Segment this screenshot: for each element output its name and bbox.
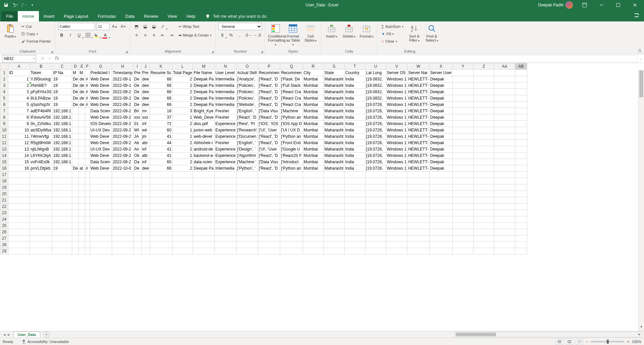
- number-format-combo[interactable]: General: [218, 23, 262, 30]
- cell[interactable]: [79, 178, 85, 184]
- cell[interactable]: pnVLDtpkb: [30, 165, 52, 172]
- cell[interactable]: [515, 229, 527, 235]
- cell[interactable]: Ab: [133, 140, 141, 146]
- cell[interactable]: [515, 204, 527, 210]
- cell[interactable]: India: [344, 165, 365, 172]
- cell[interactable]: 7: [8, 108, 30, 114]
- row-header[interactable]: 16: [0, 165, 8, 172]
- cell[interactable]: [79, 159, 85, 165]
- cell[interactable]: De: [133, 82, 141, 89]
- cell[interactable]: [8, 178, 30, 184]
- cell[interactable]: Deepak: [430, 140, 453, 146]
- cell[interactable]: M: [72, 70, 79, 76]
- cell[interactable]: [133, 223, 141, 229]
- cell[interactable]: junior-web: [193, 127, 214, 133]
- cell[interactable]: ['React', 'D: [258, 133, 280, 140]
- cell[interactable]: [474, 172, 494, 178]
- customize-qat-icon[interactable]: ▾: [28, 1, 36, 9]
- cell[interactable]: HEWLETT-: [407, 159, 430, 165]
- cell[interactable]: [72, 210, 79, 216]
- cell[interactable]: at: [79, 165, 85, 172]
- cell[interactable]: Server OS: [386, 70, 407, 76]
- cell[interactable]: Windows 1: [386, 159, 407, 165]
- wrap-text-button[interactable]: ↩Wrap Text: [177, 23, 213, 30]
- cell[interactable]: [453, 204, 474, 210]
- cell[interactable]: India: [344, 95, 365, 102]
- cell[interactable]: [85, 178, 90, 184]
- cell[interactable]: [8, 216, 30, 223]
- tab-data[interactable]: Data: [120, 11, 139, 21]
- cell[interactable]: dee: [141, 76, 150, 82]
- cell[interactable]: [85, 191, 90, 197]
- cell[interactable]: [79, 242, 85, 248]
- cell[interactable]: [193, 223, 214, 229]
- cell[interactable]: De: [72, 95, 79, 102]
- cell[interactable]: [141, 191, 150, 197]
- cell[interactable]: 12: [8, 140, 30, 146]
- cell[interactable]: Actual Skill: [236, 70, 258, 76]
- cell[interactable]: 66: [150, 102, 172, 108]
- cell[interactable]: [90, 178, 112, 184]
- cell[interactable]: [133, 172, 141, 178]
- cell[interactable]: [214, 248, 236, 254]
- cell[interactable]: [141, 223, 150, 229]
- cell[interactable]: Maharasht: [324, 108, 344, 114]
- name-box[interactable]: AB32▾: [2, 55, 36, 62]
- cell[interactable]: [236, 178, 258, 184]
- cell[interactable]: [474, 210, 494, 216]
- select-all-corner[interactable]: [0, 63, 8, 70]
- cell[interactable]: [150, 178, 172, 184]
- cell[interactable]: Intermedia: [214, 82, 236, 89]
- cell[interactable]: [112, 229, 133, 235]
- cell[interactable]: [494, 140, 515, 146]
- cell[interactable]: Da: [133, 159, 141, 165]
- tab-insert[interactable]: Insert: [39, 11, 59, 21]
- cell[interactable]: HEWLETT-: [407, 133, 430, 140]
- cell[interactable]: [474, 70, 494, 76]
- cell[interactable]: [494, 210, 515, 216]
- cell[interactable]: [52, 235, 72, 242]
- cell[interactable]: 2022-09-1: [112, 76, 133, 82]
- cell[interactable]: De: [72, 102, 79, 108]
- cell[interactable]: Windows 1: [386, 89, 407, 95]
- cell[interactable]: [112, 204, 133, 210]
- cell[interactable]: [494, 242, 515, 248]
- cell[interactable]: De: [133, 102, 141, 108]
- cell[interactable]: Windows 1: [386, 153, 407, 159]
- accessibility-status[interactable]: Accessibility: Unavailable: [21, 339, 69, 344]
- cell[interactable]: Mumbai: [303, 127, 324, 133]
- cell[interactable]: Experience: [214, 159, 236, 165]
- cell[interactable]: ['Data Visu: [258, 159, 280, 165]
- cell[interactable]: [72, 184, 79, 191]
- cell[interactable]: [30, 184, 52, 191]
- cell[interactable]: [280, 197, 303, 204]
- cell[interactable]: android-de: [193, 146, 214, 153]
- cell[interactable]: [258, 191, 280, 197]
- cell[interactable]: [150, 242, 172, 248]
- increase-font-icon[interactable]: A▲: [111, 23, 118, 30]
- row-header[interactable]: 5: [0, 95, 8, 102]
- cell[interactable]: Maharasht: [324, 140, 344, 146]
- cell[interactable]: State: [324, 70, 344, 76]
- cell[interactable]: [150, 216, 172, 223]
- cell[interactable]: [365, 172, 386, 178]
- cell[interactable]: [72, 248, 79, 254]
- cell[interactable]: HEWLETT-: [407, 146, 430, 153]
- column-header[interactable]: M: [193, 63, 214, 70]
- cell[interactable]: Experience: [214, 127, 236, 133]
- cell[interactable]: 2022-09-2: [112, 133, 133, 140]
- cell[interactable]: [474, 178, 494, 184]
- align-top-icon[interactable]: ⬒: [133, 23, 140, 30]
- cell[interactable]: ['ReactJS F: [280, 153, 303, 159]
- cell[interactable]: inf: [141, 159, 150, 165]
- cell[interactable]: India: [344, 140, 365, 146]
- cell[interactable]: Windows 1: [386, 108, 407, 114]
- column-header[interactable]: S: [324, 63, 344, 70]
- cell[interactable]: de: [79, 76, 85, 82]
- cell[interactable]: [19.0728,: [365, 133, 386, 140]
- cell[interactable]: dee: [141, 89, 150, 95]
- cell[interactable]: Maharasht: [324, 146, 344, 153]
- cell[interactable]: [386, 197, 407, 204]
- clear-button[interactable]: ◇Clear ▾: [380, 38, 404, 45]
- cell[interactable]: de: [79, 102, 85, 108]
